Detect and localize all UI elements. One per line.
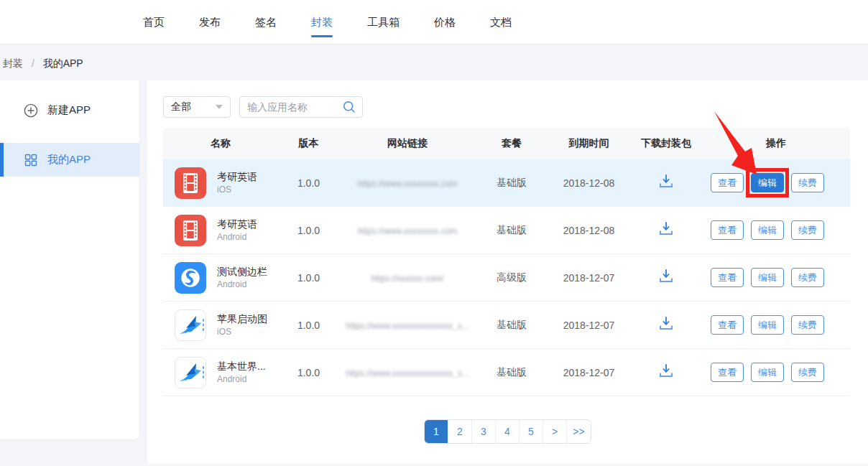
download-icon[interactable] <box>657 316 675 332</box>
app-name-cell: 苹果启动图 iOS <box>163 309 278 341</box>
edit-button[interactable]: 编辑 <box>751 173 784 192</box>
plan-badge: 基础版 <box>476 224 548 237</box>
table-row: 测试侧边栏 Android 1.0.0 https://xxxxxx.com/ … <box>163 254 850 302</box>
app-name-cell: 考研英语 Android <box>163 215 278 246</box>
app-version: 1.0.0 <box>278 367 339 378</box>
col-header-version: 版本 <box>278 137 339 150</box>
nav-item-home[interactable]: 首页 <box>143 0 165 45</box>
pagination-group: 1 2 3 4 5 > >> <box>424 419 591 444</box>
download-icon[interactable] <box>657 363 675 379</box>
nav-item-sign[interactable]: 签名 <box>255 0 277 45</box>
page-button-1[interactable]: 1 <box>425 420 448 443</box>
edit-button[interactable]: 编辑 <box>751 363 784 382</box>
app-name-cell: 考研英语 iOS <box>163 167 278 199</box>
col-header-actions: 操作 <box>702 137 850 150</box>
edit-button[interactable]: 编辑 <box>751 220 784 240</box>
expiry-date: 2018-12-08 <box>548 177 630 189</box>
apps-table: 名称 版本 网站链接 套餐 到期时间 下载封装包 操作 <box>163 128 850 396</box>
app-icon <box>175 357 206 388</box>
app-icon <box>175 262 206 294</box>
nav-item-docs[interactable]: 文档 <box>490 0 512 45</box>
category-select-value: 全部 <box>171 101 191 113</box>
renew-button[interactable]: 续费 <box>791 220 824 240</box>
expiry-date: 2018-12-07 <box>548 272 630 284</box>
view-button[interactable]: 查看 <box>711 220 744 240</box>
download-icon[interactable] <box>657 221 675 237</box>
app-platform: iOS <box>217 184 257 195</box>
page-button-3[interactable]: 3 <box>472 420 496 443</box>
sidebar-item-label: 我的APP <box>47 153 91 167</box>
app-platform: Android <box>217 279 267 290</box>
page-button-4[interactable]: 4 <box>496 420 520 443</box>
download-icon[interactable] <box>657 269 675 284</box>
nav-item-toolbox[interactable]: 工具箱 <box>367 0 400 45</box>
plan-badge: 基础版 <box>476 366 548 379</box>
col-header-expiry: 到期时间 <box>548 137 630 150</box>
renew-button[interactable]: 续费 <box>791 363 824 382</box>
app-name-cell: 测试侧边栏 Android <box>163 262 278 294</box>
edit-button-annotation-box: 编辑 <box>746 263 789 292</box>
next-page-button[interactable]: > <box>543 420 567 443</box>
last-page-button[interactable]: >> <box>567 420 591 443</box>
view-button[interactable]: 查看 <box>711 315 744 335</box>
col-header-name: 名称 <box>163 137 278 150</box>
app-platform: Android <box>217 231 257 243</box>
chevron-down-icon <box>216 105 223 109</box>
search-icon[interactable] <box>342 100 356 114</box>
renew-button[interactable]: 续费 <box>791 173 824 192</box>
category-select[interactable]: 全部 <box>163 96 231 118</box>
website-link-blurred: https://www.xxxxxxxx.com <box>358 226 458 236</box>
nav-item-price[interactable]: 价格 <box>434 0 456 45</box>
table-row: 考研英语 Android 1.0.0 https://www.xxxxxxxx.… <box>163 207 850 254</box>
page-button-2[interactable]: 2 <box>448 420 472 443</box>
app-name: 考研英语 <box>217 218 257 231</box>
breadcrumb-current: 我的APP <box>43 57 83 69</box>
film-app-icon <box>175 167 206 199</box>
app-version: 1.0.0 <box>278 225 339 236</box>
grid-icon <box>24 153 38 167</box>
app-version: 1.0.0 <box>278 272 339 284</box>
bird-app-icon <box>175 357 206 388</box>
sidebar-item-my-app[interactable]: 我的APP <box>0 143 139 177</box>
breadcrumb-separator: / <box>32 57 34 69</box>
app-icon <box>175 167 206 199</box>
plus-circle-icon <box>24 103 38 118</box>
view-button[interactable]: 查看 <box>711 363 744 382</box>
plan-badge: 基础版 <box>476 319 548 332</box>
app-name: 苹果启动图 <box>217 312 267 326</box>
row-actions: 查看 编辑 续费 <box>702 268 850 287</box>
view-button[interactable]: 查看 <box>711 173 744 192</box>
breadcrumb-section[interactable]: 封装 <box>3 57 23 69</box>
top-nav-bar: 首页 发布 签名 封装 工具箱 价格 文档 <box>0 0 868 45</box>
nav-item-publish[interactable]: 发布 <box>199 0 221 45</box>
sidebar-item-new-app[interactable]: 新建APP <box>0 93 139 127</box>
swirl-app-icon <box>175 262 206 294</box>
renew-button[interactable]: 续费 <box>791 268 824 287</box>
view-button[interactable]: 查看 <box>711 268 744 287</box>
website-link-blurred: https://www.xxxxxxxxxxxxxx_x... <box>346 368 468 378</box>
edit-button-annotation-box: 编辑 <box>746 310 789 340</box>
download-icon[interactable] <box>657 174 675 190</box>
search-input[interactable] <box>247 101 342 113</box>
website-link-blurred: https://www.xxxxxxxxxxxxxx_x... <box>346 321 468 331</box>
col-header-plan: 套餐 <box>476 137 548 150</box>
row-actions: 查看 编辑 续费 <box>702 363 850 382</box>
expiry-date: 2018-12-07 <box>548 367 630 378</box>
row-actions: 查看 编辑 续费 <box>702 315 850 335</box>
edit-button[interactable]: 编辑 <box>751 268 784 287</box>
edit-button[interactable]: 编辑 <box>751 315 784 335</box>
breadcrumb: 封装 / 我的APP <box>3 57 83 70</box>
app-name: 基本世界... <box>217 360 266 373</box>
app-name-cell: 基本世界... Android <box>163 357 278 388</box>
main-panel: 全部 名称 版本 网站链接 套餐 到期时间 下载封装包 操作 <box>147 80 868 464</box>
nav-item-package[interactable]: 封装 <box>311 0 333 45</box>
website-link-blurred: https://www.xxxxxxxx.com <box>358 179 458 189</box>
expiry-date: 2018-12-08 <box>548 225 630 236</box>
renew-button[interactable]: 续费 <box>791 315 824 335</box>
app-icon <box>175 309 206 341</box>
row-actions: 查看 编辑 续费 <box>702 220 850 240</box>
filter-bar: 全部 <box>147 80 868 118</box>
table-row: 苹果启动图 iOS 1.0.0 https://www.xxxxxxxxxxxx… <box>163 302 850 349</box>
sidebar: 新建APP 我的APP <box>0 80 139 439</box>
page-button-5[interactable]: 5 <box>520 420 543 443</box>
